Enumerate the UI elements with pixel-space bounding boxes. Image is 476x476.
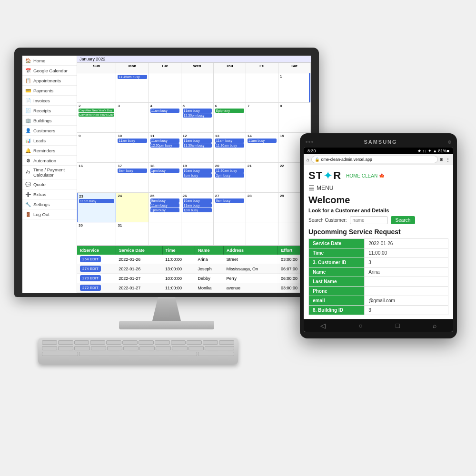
more-icon[interactable]: ⋮ (446, 157, 450, 162)
sidebar-item-buildings[interactable]: Buildings (22, 116, 77, 126)
info-label: Phone (309, 287, 365, 296)
lock-icon: 🔒 (315, 157, 320, 162)
sidebar: Home Google Calendar Appointments Paymen… (22, 56, 77, 293)
desktop-monitor: Home Google Calendar Appointments Paymen… (14, 48, 319, 329)
cell-address: Street (223, 255, 278, 264)
cal-cell (214, 73, 246, 103)
info-row: Time 11:00:00 (309, 248, 448, 258)
cal-cell: 19 10am busy 3pm busy (181, 163, 214, 193)
nav-back-button[interactable]: ◁ (320, 322, 326, 329)
sidebar-item-leads[interactable]: Leads (22, 136, 77, 146)
payments-icon (25, 87, 31, 94)
menu-bar[interactable]: ☰ MENU (308, 184, 448, 192)
key (187, 340, 202, 345)
status-bar: 8:30 ★ ↑↓ ✦ ▲ 81%■ (304, 148, 453, 154)
samsung-tablet: SAMSUNG 8:30 ★ ↑↓ ✦ ▲ 81%■ ⌂ 🔒 ome-clean… (300, 133, 457, 338)
edit-button[interactable]: 272 EDIT (80, 285, 101, 291)
nav-recent-button[interactable]: □ (396, 322, 399, 329)
sidebar-item-payments[interactable]: Payments (22, 86, 77, 96)
settings-icon (25, 201, 31, 208)
sidebar-item-reminders[interactable]: Reminders (22, 146, 77, 156)
sidebar-item-appointments[interactable]: Appointments (22, 76, 77, 86)
status-time: 8:30 (307, 149, 316, 153)
info-label: Time (309, 248, 365, 258)
cal-cell: 12 11am busy 11:30am busy (181, 133, 214, 163)
cal-event: 1pm busy (183, 208, 212, 212)
info-row: email @gmail.com (309, 296, 448, 306)
key-row (42, 352, 234, 356)
search-row: Search Customer: Search (308, 216, 448, 224)
search-input[interactable] (350, 216, 388, 224)
cal-event: 11am busy (183, 203, 212, 208)
cal-event: Day After New Year's Day (79, 109, 114, 112)
sidebar-item-invoices[interactable]: Invoices (22, 96, 77, 106)
cal-header-sun: Sun (77, 63, 116, 73)
sidebar-item-time[interactable]: Time / Payment Calculator (22, 166, 77, 179)
info-value: 3 (365, 258, 448, 268)
welcome-title: Welcome (308, 195, 448, 206)
col-service-date: Service Date (116, 246, 162, 255)
edit-button[interactable]: 273 EDIT (80, 275, 101, 281)
cal-event: 12:30pm busy (183, 113, 212, 118)
key-row (42, 340, 234, 345)
info-label: 3. Customer ID (309, 258, 365, 268)
nav-search-button[interactable]: ⌕ (433, 322, 436, 329)
quote-icon (25, 181, 31, 188)
sidebar-item-logout[interactable]: Log Out (22, 209, 77, 219)
logout-icon (25, 211, 31, 218)
cal-event: 11am busy (150, 203, 179, 208)
search-button[interactable]: Search (391, 216, 416, 224)
monitor-stand-neck (152, 297, 181, 321)
cal-cell: 7 (246, 103, 278, 133)
browser-bar: ⌂ 🔒 ome-clean-admin.vercel.app ⊞ ⋮ (304, 154, 453, 165)
sidebar-item-calendar[interactable]: Google Calendar (22, 66, 77, 76)
keyboard (38, 338, 238, 364)
cal-event: 11am busy (118, 139, 147, 143)
key (42, 346, 57, 350)
sidebar-item-quote[interactable]: Quote (22, 179, 77, 189)
info-row: 3. Customer ID 3 (309, 258, 448, 268)
key (219, 340, 234, 345)
sidebar-label-reminders: Reminders (33, 148, 55, 153)
browser-home-icon[interactable]: ⌂ (307, 157, 309, 162)
sidebar-item-home[interactable]: Home (22, 56, 77, 66)
cal-cell (181, 222, 214, 246)
cal-event: 10am busy (183, 169, 212, 173)
sidebar-item-automation[interactable]: Automation (22, 156, 77, 166)
sidebar-label-time: Time / Payment Calculator (33, 167, 74, 178)
nav-home-button[interactable]: ○ (358, 322, 362, 329)
tablet-screen: 8:30 ★ ↑↓ ✦ ▲ 81%■ ⌂ 🔒 ome-clean-admin.v… (304, 148, 453, 332)
cell-address: Mississauga, On (223, 264, 278, 274)
tab-icon[interactable]: ⊞ (440, 157, 444, 162)
cal-cell: 9 (77, 133, 116, 163)
menu-icon: ☰ (308, 184, 315, 192)
cal-event: Epiphany (215, 109, 244, 113)
info-value: @gmail.com (365, 296, 448, 306)
cal-cell-today: 24 (116, 193, 149, 223)
edit-button[interactable]: 274 EDIT (80, 266, 101, 272)
info-label: email (309, 296, 365, 306)
info-label: 8. Building ID (309, 306, 365, 315)
table-row: 273 EDIT 2022-01-27 10:00:00 Debby Perry… (77, 274, 311, 283)
browser-url[interactable]: 🔒 ome-clean-admin.vercel.app (311, 156, 438, 163)
cell-date: 2022-01-26 (116, 255, 162, 264)
key (107, 346, 122, 350)
sidebar-item-settings[interactable]: Settings (22, 199, 77, 209)
key (171, 340, 186, 345)
cal-cell: 3 (116, 103, 149, 133)
key-row (42, 346, 234, 350)
info-row: Phone (309, 287, 448, 296)
cal-cell: 4 11am busy (149, 103, 181, 133)
calendar-area: January 2022 Sun Mon Tue Wed Thu Fri Sat (77, 56, 311, 246)
invoices-icon (25, 97, 31, 104)
table-row: 274 EDIT 2022-01-26 13:00:00 Joseph Miss… (77, 264, 311, 274)
info-label: Service Date (309, 239, 365, 248)
cal-event: 2pm busy (215, 173, 244, 178)
info-row: 8. Building ID 3 (309, 306, 448, 315)
sidebar-item-receipts[interactable]: Receipts (22, 106, 77, 116)
edit-button[interactable]: 264 EDIT (80, 256, 101, 262)
info-row: Last Name (309, 277, 448, 287)
sidebar-item-customers[interactable]: Customers (22, 126, 77, 136)
cal-cell: 14 11am busy (246, 133, 278, 163)
sidebar-item-extras[interactable]: Extras (22, 189, 77, 199)
